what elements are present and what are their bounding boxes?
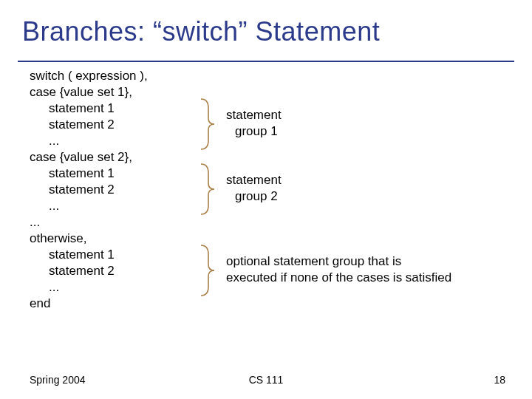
code-line: statement 2 (30, 263, 148, 279)
slide: Branches: “switch” Statement switch ( ex… (0, 0, 532, 399)
code-line: statement 1 (30, 166, 148, 182)
slide-title: Branches: “switch” Statement (22, 16, 380, 47)
annotation-text: group 2 (226, 188, 282, 205)
footer-page-number: 18 (494, 374, 505, 386)
annotation-text: group 1 (226, 123, 282, 140)
annotation-text: executed if none of the cases is satisfi… (226, 270, 451, 286)
code-line: statement 2 (30, 117, 148, 133)
annotation-group-2: statement group 2 (226, 172, 282, 205)
annotation-text: statement (226, 172, 282, 188)
code-line: switch ( expression ), (30, 68, 148, 84)
brace-icon (200, 163, 216, 216)
footer-course: CS 111 (0, 374, 532, 386)
code-line: ... (30, 214, 148, 231)
code-line: case {value set 1}, (30, 84, 148, 100)
brace-icon (200, 244, 216, 297)
code-line: otherwise, (30, 231, 148, 247)
code-line: ... (30, 198, 148, 214)
title-underline (18, 61, 514, 62)
code-line: ... (30, 279, 148, 296)
code-line: statement 1 (30, 100, 148, 117)
brace-icon (200, 98, 216, 151)
annotation-group-3: optional statement group that is execute… (226, 253, 451, 286)
annotation-text: statement (226, 107, 282, 123)
code-line: ... (30, 133, 148, 149)
annotation-text: optional statement group that is (226, 253, 451, 270)
code-line: end (30, 296, 148, 312)
code-line: statement 1 (30, 247, 148, 263)
code-line: statement 2 (30, 182, 148, 198)
annotation-group-1: statement group 1 (226, 107, 282, 140)
code-line: case {value set 2}, (30, 149, 148, 166)
code-block: switch ( expression ), case {value set 1… (30, 68, 148, 312)
